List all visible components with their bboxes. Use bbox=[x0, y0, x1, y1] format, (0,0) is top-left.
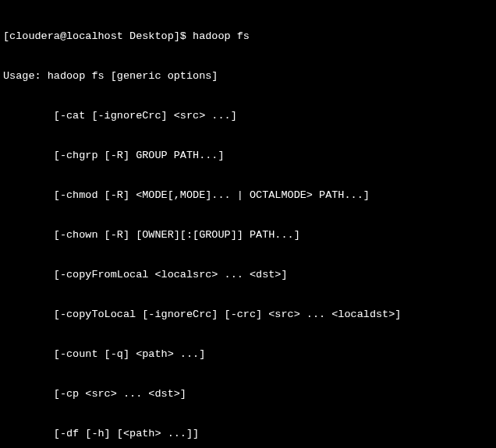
cmd-line: [-count [-q] <path> ...] bbox=[3, 347, 496, 361]
cmd-line: [-cat [-ignoreCrc] <src> ...] bbox=[3, 109, 496, 122]
cmd-line: [-df [-h] [<path> ...]] bbox=[3, 427, 496, 440]
cmd-line: [-copyToLocal [-ignoreCrc] [-crc] <src> … bbox=[3, 308, 496, 321]
cmd-line: [-chgrp [-R] GROUP PATH...] bbox=[3, 149, 496, 162]
usage-line: Usage: hadoop fs [generic options] bbox=[3, 69, 496, 83]
cmd-line: [-chmod [-R] <MODE[,MODE]... | OCTALMODE… bbox=[3, 189, 496, 202]
terminal-output[interactable]: [cloudera@localhost Desktop]$ hadoop fs … bbox=[0, 0, 496, 448]
cmd-line: [-copyFromLocal <localsrc> ... <dst>] bbox=[3, 268, 496, 281]
prompt-line: [cloudera@localhost Desktop]$ hadoop fs bbox=[3, 30, 496, 43]
cmd-line: [-chown [-R] [OWNER][:[GROUP]] PATH...] bbox=[3, 228, 496, 242]
cmd-line: [-cp <src> ... <dst>] bbox=[3, 387, 496, 400]
